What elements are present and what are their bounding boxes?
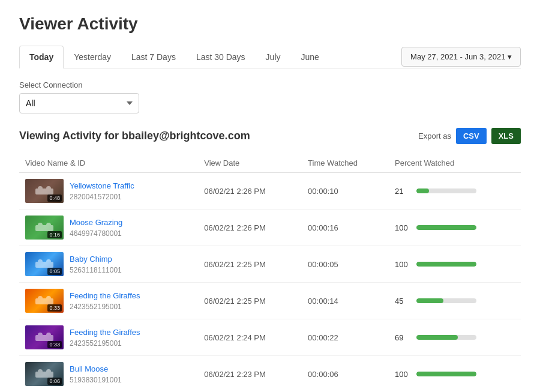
export-area: Export as CSV XLS — [418, 128, 521, 144]
view-date: 06/02/21 2:25 PM — [198, 283, 302, 319]
col-time: Time Watched — [302, 154, 389, 173]
progress-number: 21 — [395, 187, 412, 196]
export-csv-button[interactable]: CSV — [456, 128, 487, 144]
video-name-link[interactable]: Bull Moose — [70, 364, 122, 373]
video-thumbnail: 0:48 — [25, 179, 64, 203]
video-name-link[interactable]: Feeding the Giraffes — [70, 291, 140, 300]
video-cell: 0:06 Bull Moose 5193830191001 — [19, 356, 198, 393]
progress-number: 100 — [395, 370, 412, 379]
table-row: 0:16 Moose Grazing 4649974780001 06/02/2… — [19, 210, 521, 246]
video-cell-inner: 0:33 Feeding the Giraffes 2423552195001 — [25, 325, 192, 349]
progress-bar-background — [416, 225, 476, 230]
video-info: Moose Grazing 4649974780001 — [70, 218, 122, 238]
video-duration: 0:16 — [47, 231, 62, 238]
time-watched: 00:00:14 — [302, 283, 389, 319]
svg-point-13 — [38, 333, 43, 337]
video-duration: 0:33 — [47, 341, 62, 348]
video-cell: 0:33 Feeding the Giraffes 2423552195001 — [19, 283, 198, 319]
export-xls-button[interactable]: XLS — [491, 128, 521, 144]
progress-number: 100 — [395, 260, 412, 269]
progress-cell: 100 — [395, 260, 515, 269]
percent-watched: 45 — [389, 283, 521, 319]
video-cell: 0:33 Feeding the Giraffes 2423552195001 — [19, 319, 198, 356]
video-id: 4649974780001 — [70, 229, 122, 238]
view-date: 06/02/21 2:23 PM — [198, 356, 302, 393]
activity-header: Viewing Activity for bbailey@brightcove.… — [19, 128, 521, 144]
connection-select[interactable]: AllConnection 1Connection 2 — [19, 93, 139, 113]
video-id: 2423552195001 — [70, 339, 122, 348]
svg-point-5 — [46, 223, 51, 228]
video-duration: 0:33 — [47, 304, 62, 312]
time-watched: 00:00:10 — [302, 173, 389, 210]
export-label: Export as — [418, 131, 451, 140]
svg-point-10 — [38, 296, 43, 301]
col-percent: Percent Watched — [389, 154, 521, 173]
table-row: 0:05 Baby Chimp 5263118111001 06/02/21 2… — [19, 246, 521, 283]
progress-bar-fill — [416, 262, 476, 267]
video-id: 2423552195001 — [70, 303, 122, 311]
date-range-button[interactable]: May 27, 2021 - Jun 3, 2021 ▾ — [401, 47, 521, 67]
progress-cell: 45 — [395, 297, 515, 306]
tabs-bar: TodayYesterdayLast 7 DaysLast 30 DaysJul… — [19, 46, 521, 68]
progress-bar-fill — [416, 225, 476, 230]
progress-cell: 21 — [395, 187, 515, 196]
tab-last7days[interactable]: Last 7 Days — [121, 46, 186, 68]
video-info: Yellowstone Traffic 2820041572001 — [70, 181, 134, 201]
video-cell: 0:16 Moose Grazing 4649974780001 — [19, 210, 198, 246]
video-cell: 0:05 Baby Chimp 5263118111001 — [19, 246, 198, 283]
video-duration: 0:48 — [47, 194, 62, 202]
video-name-link[interactable]: Moose Grazing — [70, 218, 122, 227]
video-thumbnail: 0:06 — [25, 362, 64, 386]
percent-watched: 100 — [389, 210, 521, 246]
tab-group: TodayYesterdayLast 7 DaysLast 30 DaysJul… — [19, 46, 401, 68]
progress-number: 45 — [395, 297, 412, 306]
video-name-link[interactable]: Yellowstone Traffic — [70, 181, 134, 190]
video-info: Bull Moose 5193830191001 — [70, 364, 122, 384]
table-row: 0:48 Yellowstone Traffic 2820041572001 0… — [19, 173, 521, 210]
progress-bar-background — [416, 298, 476, 303]
progress-number: 100 — [395, 223, 412, 232]
tab-last30days[interactable]: Last 30 Days — [186, 46, 256, 68]
video-info: Baby Chimp 5263118111001 — [70, 255, 122, 274]
table-row: 0:33 Feeding the Giraffes 2423552195001 … — [19, 283, 521, 319]
page-container: Viewer Activity TodayYesterdayLast 7 Day… — [0, 0, 540, 392]
video-name-link[interactable]: Baby Chimp — [70, 255, 122, 264]
video-cell-inner: 0:06 Bull Moose 5193830191001 — [25, 362, 192, 386]
tab-yesterday[interactable]: Yesterday — [64, 46, 121, 68]
table-body: 0:48 Yellowstone Traffic 2820041572001 0… — [19, 173, 521, 393]
video-cell-inner: 0:48 Yellowstone Traffic 2820041572001 — [25, 179, 192, 203]
progress-bar-background — [416, 188, 476, 193]
view-date: 06/02/21 2:26 PM — [198, 210, 302, 246]
tab-today[interactable]: Today — [19, 46, 64, 68]
time-watched: 00:00:05 — [302, 246, 389, 283]
video-cell-inner: 0:16 Moose Grazing 4649974780001 — [25, 216, 192, 240]
table-header: Video Name & IDView DateTime WatchedPerc… — [19, 154, 521, 173]
page-title: Viewer Activity — [19, 14, 521, 34]
progress-bar-background — [416, 335, 476, 340]
svg-point-14 — [46, 333, 51, 337]
video-name-link[interactable]: Feeding the Giraffes — [70, 328, 140, 337]
svg-point-4 — [38, 223, 43, 228]
video-cell-inner: 0:33 Feeding the Giraffes 2423552195001 — [25, 289, 192, 313]
video-thumbnail: 0:33 — [25, 325, 64, 349]
tab-june[interactable]: June — [291, 46, 329, 68]
svg-point-2 — [46, 186, 51, 191]
view-date: 06/02/21 2:26 PM — [198, 173, 302, 210]
tab-july[interactable]: July — [256, 46, 291, 68]
view-date: 06/02/21 2:24 PM — [198, 319, 302, 356]
table-row: 0:06 Bull Moose 5193830191001 06/02/21 2… — [19, 356, 521, 393]
percent-watched: 21 — [389, 173, 521, 210]
video-duration: 0:05 — [47, 268, 62, 275]
svg-point-16 — [38, 369, 43, 374]
progress-bar-background — [416, 262, 476, 267]
svg-point-8 — [46, 259, 51, 264]
video-thumbnail: 0:33 — [25, 289, 64, 313]
table-header-row: Video Name & IDView DateTime WatchedPerc… — [19, 154, 521, 173]
video-info: Feeding the Giraffes 2423552195001 — [70, 291, 140, 311]
activity-title: Viewing Activity for bbailey@brightcove.… — [19, 130, 250, 142]
percent-watched: 100 — [389, 246, 521, 283]
time-watched: 00:00:06 — [302, 356, 389, 393]
connection-section: Select Connection AllConnection 1Connect… — [19, 80, 521, 113]
video-cell: 0:48 Yellowstone Traffic 2820041572001 — [19, 173, 198, 210]
col-date: View Date — [198, 154, 302, 173]
